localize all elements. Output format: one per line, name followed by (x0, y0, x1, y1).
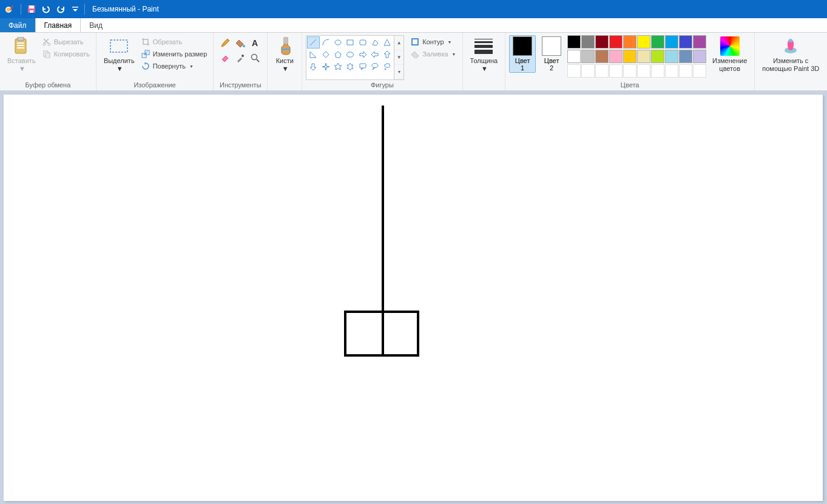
fill-label: Заливка (422, 50, 448, 58)
shape-arrow-right[interactable] (356, 49, 368, 61)
color-swatch[interactable] (567, 35, 581, 49)
color-swatch[interactable] (679, 50, 692, 63)
svg-point-21 (241, 55, 244, 57)
chevron-down-icon: ▼ (481, 65, 488, 73)
tool-fill[interactable] (234, 36, 247, 50)
color-swatch[interactable] (595, 64, 609, 78)
resize-button[interactable]: Изменить размер (138, 49, 210, 59)
tool-magnifier[interactable] (249, 52, 262, 65)
tool-text[interactable]: A (249, 36, 262, 50)
group-label-shapes: Фигуры (306, 80, 458, 90)
tab-file[interactable]: Файл (0, 18, 35, 32)
select-button[interactable]: Выделить ▼ (100, 35, 138, 80)
rotate-label: Повернуть (153, 62, 186, 70)
cut-button[interactable]: Вырезать (39, 36, 92, 47)
tab-view[interactable]: Вид (81, 18, 111, 32)
color-swatch[interactable] (595, 35, 609, 49)
color-swatch[interactable] (637, 64, 650, 78)
fill-button[interactable]: Заливка ▼ (408, 49, 458, 59)
shape-arrow-up[interactable] (381, 49, 393, 61)
svg-point-13 (48, 43, 50, 45)
shape-arrow-down[interactable] (307, 61, 319, 73)
color-swatch[interactable] (693, 64, 706, 78)
paste-button[interactable]: Вставить ▼ (4, 35, 39, 80)
shape-star4[interactable] (320, 61, 332, 73)
color-swatch[interactable] (665, 64, 678, 78)
paint3d-button[interactable]: Изменить с помощью Paint 3D (758, 35, 823, 80)
shape-arrow-left[interactable] (369, 49, 381, 61)
shape-hexagon[interactable] (344, 49, 356, 61)
color1-button[interactable]: Цвет 1 (509, 35, 536, 73)
color-swatch[interactable] (665, 50, 678, 63)
color-swatch[interactable] (665, 35, 678, 49)
shapes-expand[interactable]: ▾ (394, 65, 403, 79)
svg-rect-5 (30, 10, 33, 13)
canvas[interactable] (4, 95, 823, 501)
svg-line-24 (310, 39, 316, 45)
qat-customize[interactable] (69, 2, 82, 16)
undo-button[interactable] (39, 2, 53, 16)
tool-eraser[interactable] (218, 52, 232, 65)
shape-callout-oval[interactable] (369, 61, 381, 73)
shape-polygon[interactable] (369, 36, 381, 49)
thickness-button[interactable]: Толщина ▼ (467, 35, 502, 80)
color-swatch[interactable] (651, 64, 664, 78)
edit-colors-label: Изменение цветов (712, 57, 747, 73)
shape-line[interactable] (307, 36, 319, 49)
shape-rect[interactable] (344, 36, 356, 49)
shape-triangle[interactable] (381, 36, 393, 49)
svg-rect-17 (142, 53, 146, 58)
color-swatch[interactable] (595, 50, 609, 63)
shape-curve[interactable] (320, 36, 332, 49)
copy-button[interactable]: Копировать (39, 49, 92, 59)
color-swatch[interactable] (623, 50, 636, 63)
color-swatch[interactable] (623, 64, 636, 78)
shapes-scroll[interactable]: ▲ ▼ ▾ (394, 35, 404, 80)
color-swatch[interactable] (581, 50, 595, 63)
color-swatch[interactable] (679, 35, 692, 49)
shape-diamond[interactable] (320, 49, 332, 61)
rotate-button[interactable]: Повернуть ▼ (138, 61, 210, 72)
save-button[interactable] (25, 2, 38, 16)
window-title: Безымянный - Paint (92, 5, 159, 13)
edit-colors-button[interactable]: Изменение цветов (709, 35, 751, 74)
color-swatch[interactable] (581, 35, 595, 49)
tool-picker[interactable] (234, 52, 247, 65)
color-swatch[interactable] (637, 35, 650, 49)
fill-icon (410, 49, 420, 59)
color-swatch[interactable] (567, 50, 581, 63)
color-swatch[interactable] (679, 64, 692, 78)
color-swatch[interactable] (609, 35, 623, 49)
tool-pencil[interactable] (218, 36, 232, 50)
shape-callout-cloud[interactable] (381, 61, 393, 73)
brushes-label: Кисти (276, 57, 294, 65)
tab-home[interactable]: Главная (35, 18, 81, 32)
select-label: Выделить (104, 57, 135, 65)
shape-callout-rect[interactable] (356, 61, 368, 73)
brushes-button[interactable]: Кисти ▼ (271, 35, 298, 80)
shape-oval[interactable] (332, 36, 344, 49)
shapes-gallery[interactable] (306, 35, 394, 80)
shape-star6[interactable] (344, 61, 356, 73)
color2-button[interactable]: Цвет 2 (538, 35, 565, 73)
color-swatch[interactable] (609, 64, 623, 78)
crop-button[interactable]: Обрезать (138, 36, 210, 47)
color-swatch[interactable] (651, 35, 664, 49)
color-swatch[interactable] (567, 64, 581, 78)
color-swatch[interactable] (609, 50, 623, 63)
shape-rtriangle[interactable] (307, 49, 319, 61)
shape-roundrect[interactable] (356, 36, 368, 49)
color-swatch[interactable] (637, 50, 650, 63)
color-swatch[interactable] (651, 50, 664, 63)
color-swatch[interactable] (693, 50, 706, 63)
outline-button[interactable]: Контур ▼ (408, 36, 458, 47)
group-brushes: Кисти ▼ (268, 33, 302, 90)
color-swatch[interactable] (623, 35, 636, 49)
redo-button[interactable] (54, 2, 67, 16)
shape-star5[interactable] (332, 61, 344, 73)
color-swatch[interactable] (693, 35, 706, 49)
shape-pentagon[interactable] (332, 49, 344, 61)
color-swatch[interactable] (581, 64, 595, 78)
shapes-scroll-down[interactable]: ▼ (394, 50, 403, 65)
shapes-scroll-up[interactable]: ▲ (394, 36, 403, 50)
